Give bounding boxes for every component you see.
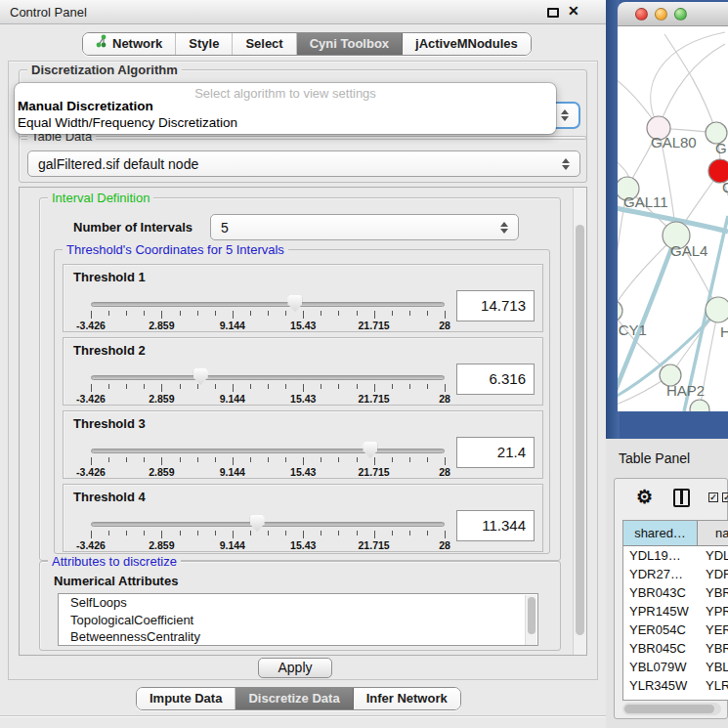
tab-impute-data[interactable]: Impute Data	[137, 688, 236, 709]
network-node[interactable]	[690, 400, 709, 419]
attributes-group-label: Attributes to discretize	[48, 554, 181, 569]
threshold-value-field[interactable]: 14.713	[456, 290, 535, 321]
node-table: shared… name YDL19…YDL19…YDR27…YDR27…YBR…	[622, 520, 728, 701]
slider-thumb[interactable]	[193, 368, 208, 385]
tick-mark	[285, 457, 286, 462]
right-column: GAL80GCGAL11GAL4GCY1HHAP2 Table Panel ⚙ …	[606, 0, 728, 728]
slider-track[interactable]	[91, 522, 445, 527]
popup-option-equal-width[interactable]: Equal Width/Frequency Discretization	[15, 115, 556, 132]
cell-shared-name: YDR27…	[623, 565, 698, 583]
tick-mark	[268, 311, 269, 316]
tick-label: -3.426	[76, 466, 106, 478]
slider-track[interactable]	[91, 302, 445, 307]
checkbox-icon[interactable]: ✓	[708, 492, 718, 502]
gear-icon[interactable]: ⚙	[636, 487, 653, 508]
slider-track[interactable]	[91, 375, 445, 380]
tick-mark	[303, 311, 304, 319]
scrollbar-thumb[interactable]	[624, 705, 714, 713]
threshold-box: Threshold 4-3.4262.8599.14415.4321.71528…	[63, 484, 543, 552]
tick-mark	[144, 384, 145, 389]
node-label: H	[720, 323, 728, 340]
tick-mark	[233, 531, 234, 538]
horizontal-scrollbar[interactable]	[622, 703, 721, 715]
table-row[interactable]: YBR043CYBR043C	[623, 583, 728, 602]
tick-mark	[427, 384, 428, 389]
tick-mark	[392, 311, 393, 316]
scrollbar-thumb[interactable]	[576, 225, 584, 635]
network-icon	[96, 33, 107, 55]
column-header-shared-name[interactable]: shared…	[623, 521, 698, 546]
top-tab-bar: NetworkStyleSelectCyni ToolboxjActiveMNo…	[82, 32, 532, 56]
cell-name: YIL052C	[698, 695, 728, 701]
tab-style[interactable]: Style	[176, 33, 233, 55]
number-of-intervals-value: 5	[221, 220, 229, 236]
tab-jactivemnodules[interactable]: jActiveMNodules	[403, 33, 531, 55]
tab-discretize-data[interactable]: Discretize Data	[236, 688, 353, 709]
table-row[interactable]: YDL19…YDL19…	[623, 546, 728, 565]
tick-mark	[108, 311, 109, 316]
tick-mark	[268, 531, 269, 535]
list-item[interactable]: TopologicalCoefficient	[59, 612, 537, 629]
number-of-intervals-spinner[interactable]: 5	[210, 214, 519, 240]
tab-label: Discretize Data	[248, 688, 339, 709]
checkbox-icon[interactable]: ✓	[722, 492, 728, 502]
tick-mark	[374, 531, 375, 538]
tab-infer-network[interactable]: Infer Network	[354, 688, 460, 709]
network-node-gcy1[interactable]	[606, 300, 622, 321]
table-panel-titlebar: Table Panel	[606, 439, 728, 475]
threshold-value-field[interactable]: 6.316	[456, 364, 535, 395]
table-row[interactable]: YLR345WYLR345W	[623, 676, 728, 695]
tick-mark	[321, 384, 321, 389]
tick-label: 9.144	[220, 539, 245, 551]
network-canvas[interactable]: GAL80GCGAL11GAL4GCY1HHAP2	[606, 0, 728, 439]
control-panel: Control Panel ✕ NetworkStyleSelectCyni T…	[0, 0, 606, 728]
close-icon[interactable]: ✕	[568, 3, 579, 19]
tick-mark	[427, 311, 428, 316]
tab-label: Style	[189, 33, 219, 55]
slider-track[interactable]	[91, 449, 445, 453]
table-row[interactable]: YBR045CYBR045C	[623, 639, 728, 658]
numerical-attributes-list[interactable]: SelfLoopsTopologicalCoefficientBetweenne…	[58, 593, 538, 646]
table-data-value: galFiltered.sif default node	[38, 156, 198, 172]
list-scrollbar[interactable]	[525, 595, 536, 645]
tick-mark	[91, 457, 92, 465]
cell-shared-name: YPR145W	[623, 602, 698, 621]
column-header-name[interactable]: name	[698, 521, 728, 546]
threshold-label: Threshold 3	[73, 416, 146, 431]
threshold-label: Threshold 1	[73, 270, 146, 284]
slider-thumb[interactable]	[287, 295, 302, 312]
columns-icon[interactable]	[673, 489, 690, 507]
tick-label: 15.43	[290, 320, 316, 331]
tick-label: 2.859	[149, 393, 174, 405]
list-item[interactable]: SelfLoops	[59, 594, 537, 612]
table-panel-title: Table Panel	[619, 450, 690, 466]
network-node-h[interactable]	[706, 297, 728, 322]
table-row[interactable]: YER054CYER054C	[623, 621, 728, 639]
apply-button[interactable]: Apply	[258, 658, 332, 678]
tick-mark	[374, 384, 375, 392]
vertical-scrollbar[interactable]	[573, 188, 586, 655]
popup-option-manual-discretization[interactable]: Manual Discretization	[15, 99, 556, 115]
slider-thumb[interactable]	[363, 442, 377, 458]
table-row[interactable]: YBL079WYBL079W	[623, 658, 728, 676]
tick-mark	[409, 457, 410, 462]
tick-mark	[427, 531, 428, 535]
tick-mark	[126, 531, 127, 535]
table-row[interactable]: YPR145WYPR145W	[623, 602, 728, 621]
table-row[interactable]: YIL052CYIL052C	[623, 695, 728, 701]
threshold-value-field[interactable]: 11.344	[456, 510, 535, 541]
table-data-combobox[interactable]: galFiltered.sif default node	[27, 150, 580, 177]
tick-mark	[233, 457, 234, 465]
list-item[interactable]: BetweennessCentrality	[59, 628, 537, 646]
tick-mark	[357, 531, 358, 535]
tick-mark	[161, 531, 162, 538]
tab-cyni-toolbox[interactable]: Cyni Toolbox	[297, 33, 403, 55]
table-row[interactable]: YDR27…YDR27…	[623, 565, 728, 583]
float-window-icon[interactable]	[547, 8, 559, 18]
slider-thumb[interactable]	[250, 515, 265, 532]
tab-select[interactable]: Select	[233, 33, 296, 55]
tick-mark	[285, 311, 286, 316]
threshold-value-field[interactable]: 21.4	[456, 437, 535, 468]
tab-network[interactable]: Network	[83, 33, 176, 55]
tick-label: 28	[439, 539, 450, 551]
